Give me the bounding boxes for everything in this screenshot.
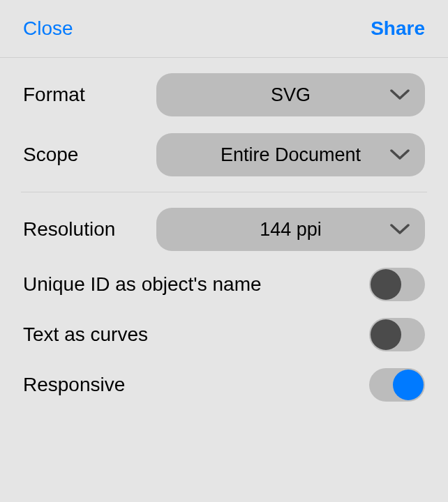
chevron-down-icon [390,224,410,235]
format-row: Format SVG [21,65,427,125]
toggle-knob [371,319,401,350]
resolution-value: 144 ppi [260,219,322,241]
header-bar: Close Share [0,0,448,58]
toggle-knob [393,370,424,400]
scope-row: Scope Entire Document [21,125,427,185]
resolution-row: Resolution 144 ppi [21,199,427,259]
resolution-select[interactable]: 144 ppi [156,208,425,251]
chevron-down-icon [390,149,410,160]
responsive-row: Responsive [21,360,427,410]
format-select[interactable]: SVG [156,73,425,116]
text-curves-toggle[interactable] [369,318,425,351]
unique-id-toggle[interactable] [369,268,425,301]
toggle-knob [371,269,401,300]
scope-value: Entire Document [221,144,361,166]
unique-id-row: Unique ID as object's name [21,259,427,310]
unique-id-label: Unique ID as object's name [23,273,262,296]
chevron-down-icon [390,89,410,100]
format-label: Format [23,84,85,106]
resolution-label: Resolution [23,218,115,241]
close-button[interactable]: Close [23,17,73,40]
responsive-toggle[interactable] [369,368,425,402]
share-button[interactable]: Share [371,17,425,40]
section-format-scope: Format SVG Scope Entire Document [0,58,448,192]
text-curves-row: Text as curves [21,310,427,360]
responsive-label: Responsive [23,374,125,396]
scope-label: Scope [23,144,78,166]
format-value: SVG [271,84,311,106]
section-options: Resolution 144 ppi Unique ID as object's… [0,192,448,417]
text-curves-label: Text as curves [23,324,148,346]
scope-select[interactable]: Entire Document [156,133,425,176]
